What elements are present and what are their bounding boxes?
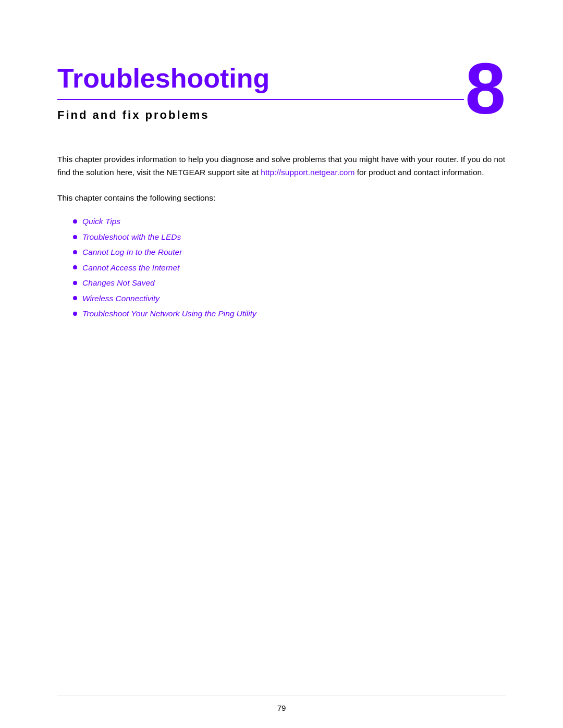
bullet-icon — [73, 235, 77, 239]
toc-link-ping-utility[interactable]: Troubleshoot Your Network Using the Ping… — [82, 306, 256, 321]
list-item: Changes Not Saved — [73, 275, 506, 290]
toc-link-cannot-access-internet[interactable]: Cannot Access the Internet — [82, 260, 179, 275]
toc-link-quick-tips[interactable]: Quick Tips — [82, 214, 120, 229]
bullet-icon — [73, 219, 77, 224]
intro-paragraph: This chapter provides information to hel… — [57, 153, 506, 179]
toc-list: Quick Tips Troubleshoot with the LEDs Ca… — [73, 214, 506, 321]
intro-text-2: for product and contact information. — [354, 168, 484, 177]
footer-rule — [57, 696, 506, 696]
page-container: 8 Troubleshooting Find and fix problems … — [0, 0, 563, 728]
content-area: 8 Troubleshooting Find and fix problems … — [0, 0, 563, 363]
toc-link-cannot-log-in[interactable]: Cannot Log In to the Router — [82, 244, 182, 260]
bullet-icon — [73, 250, 77, 254]
bullet-icon — [73, 312, 77, 316]
chapter-subtitle: Find and fix problems — [57, 108, 506, 122]
title-rule — [57, 99, 464, 100]
list-item: Troubleshoot Your Network Using the Ping… — [73, 306, 506, 321]
chapter-title: Troubleshooting — [57, 63, 506, 94]
sections-intro: This chapter contains the following sect… — [57, 192, 506, 205]
bullet-icon — [73, 296, 77, 300]
page-footer: 79 — [0, 696, 563, 712]
list-item: Cannot Log In to the Router — [73, 244, 506, 260]
list-item: Cannot Access the Internet — [73, 260, 506, 275]
list-item: Quick Tips — [73, 214, 506, 229]
toc-link-troubleshoot-leds[interactable]: Troubleshoot with the LEDs — [82, 229, 181, 244]
bullet-icon — [73, 265, 77, 269]
toc-link-changes-not-saved[interactable]: Changes Not Saved — [82, 275, 155, 290]
chapter-number: 8 — [465, 52, 506, 125]
toc-link-wireless-connectivity[interactable]: Wireless Connectivity — [82, 291, 160, 306]
list-item: Wireless Connectivity — [73, 291, 506, 306]
support-link[interactable]: http://support.netgear.com — [261, 168, 354, 177]
list-item: Troubleshoot with the LEDs — [73, 229, 506, 244]
bullet-icon — [73, 281, 77, 285]
page-number: 79 — [277, 704, 286, 712]
